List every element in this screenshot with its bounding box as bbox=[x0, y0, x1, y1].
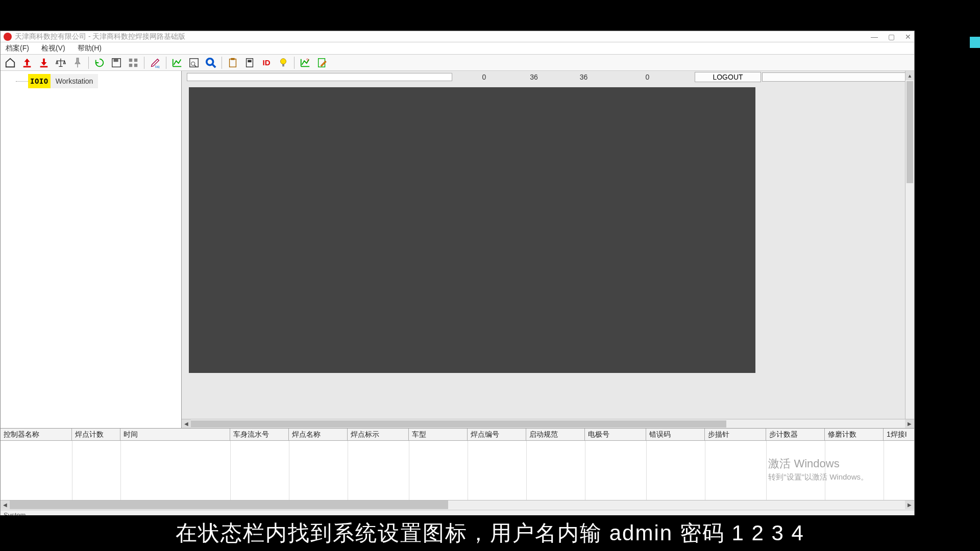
svg-rect-14 bbox=[247, 58, 253, 67]
svg-rect-9 bbox=[190, 58, 199, 67]
pen-button[interactable]: log bbox=[148, 56, 163, 70]
content-panel: 0 36 36 0 LOGOUT ◀ ▶ ▲ bbox=[182, 71, 914, 428]
maximize-button[interactable]: ▢ bbox=[888, 33, 895, 41]
tree-node-workstation[interactable]: IOIO Workstation bbox=[16, 74, 178, 88]
tree-node-label: Workstation bbox=[51, 74, 99, 88]
grid-header: 控制器名称焊点计数时间车身流水号焊点名称焊点标示车型焊点编号启动规范电极号错误码… bbox=[1, 429, 914, 441]
svg-rect-3 bbox=[114, 58, 118, 61]
svg-rect-6 bbox=[129, 63, 132, 66]
preview-button[interactable] bbox=[186, 56, 202, 70]
scroll-up-icon[interactable]: ▲ bbox=[905, 71, 914, 80]
grid-col-1[interactable]: 焊点计数 bbox=[72, 429, 120, 440]
svg-point-16 bbox=[281, 58, 286, 64]
svg-rect-13 bbox=[231, 58, 234, 60]
close-button[interactable]: ✕ bbox=[905, 33, 911, 41]
grid-button[interactable] bbox=[126, 56, 141, 70]
watermark-line1: 激活 Windows bbox=[768, 456, 868, 471]
scroll-right-icon[interactable]: ▶ bbox=[905, 500, 914, 509]
home-button[interactable] bbox=[3, 56, 18, 70]
minimize-button[interactable]: — bbox=[871, 33, 878, 41]
svg-text:log: log bbox=[155, 65, 160, 68]
balance-button[interactable] bbox=[53, 56, 68, 70]
svg-rect-15 bbox=[248, 60, 251, 62]
grid-col-14[interactable]: 1焊接I bbox=[884, 429, 914, 440]
menu-file[interactable]: 档案(F) bbox=[3, 43, 32, 54]
svg-rect-4 bbox=[129, 58, 132, 61]
scroll-left-icon[interactable]: ◀ bbox=[182, 419, 191, 428]
svg-rect-17 bbox=[282, 64, 284, 66]
tree-badge: IOIO bbox=[28, 74, 51, 88]
pin-button[interactable] bbox=[70, 56, 85, 70]
window-controls: — ▢ ✕ bbox=[871, 33, 911, 41]
edit-doc-button[interactable] bbox=[314, 56, 330, 70]
search-button[interactable] bbox=[203, 56, 218, 70]
info-val-2: 36 bbox=[516, 73, 552, 81]
grid-col-5[interactable]: 焊点标示 bbox=[348, 429, 409, 440]
id-button[interactable]: ID bbox=[259, 56, 274, 70]
menu-help[interactable]: 帮助(H) bbox=[75, 43, 105, 54]
content-h-scrollbar[interactable]: ◀ ▶ bbox=[182, 419, 914, 428]
scroll-left-icon[interactable]: ◀ bbox=[1, 500, 10, 509]
grid-col-10[interactable]: 错误码 bbox=[646, 429, 705, 440]
video-subtitle: 在状态栏内找到系统设置图标，用户名内输 admin 密码 1 2 3 4 bbox=[0, 515, 980, 551]
svg-point-11 bbox=[207, 58, 213, 65]
grid-col-3[interactable]: 车身流水号 bbox=[230, 429, 289, 440]
document-button[interactable] bbox=[242, 56, 257, 70]
data-grid: 控制器名称焊点计数时间车身流水号焊点名称焊点标示车型焊点编号启动规范电极号错误码… bbox=[1, 428, 914, 510]
grid-col-7[interactable]: 焊点编号 bbox=[468, 429, 526, 440]
svg-rect-5 bbox=[134, 58, 137, 61]
disk-button[interactable] bbox=[109, 56, 124, 70]
display-canvas[interactable] bbox=[189, 87, 755, 373]
main-area: IOIO Workstation 0 36 36 0 LOGOUT ◀ ▶ bbox=[1, 71, 914, 428]
scroll-right-icon[interactable]: ▶ bbox=[905, 419, 914, 428]
clipboard-button[interactable] bbox=[225, 56, 240, 70]
content-v-scrollbar[interactable]: ▲ bbox=[905, 71, 914, 419]
logout-button[interactable]: LOGOUT bbox=[695, 72, 761, 82]
watermark-line2: 转到"设置"以激活 Windows。 bbox=[768, 472, 868, 482]
grid-col-8[interactable]: 启动规范 bbox=[526, 429, 585, 440]
tree-panel: IOIO Workstation bbox=[1, 71, 182, 428]
subtitle-text: 在状态栏内找到系统设置图标，用户名内输 admin 密码 1 2 3 4 bbox=[176, 519, 804, 547]
grid-col-12[interactable]: 步计数器 bbox=[766, 429, 825, 440]
info-val-3: 36 bbox=[552, 73, 616, 81]
app-window: 天津商科数控有限公司 - 天津商科数控焊接网路基础版 — ▢ ✕ 档案(F) 检… bbox=[0, 31, 915, 520]
svg-rect-1 bbox=[40, 66, 48, 67]
grid-col-6[interactable]: 车型 bbox=[409, 429, 468, 440]
windows-watermark: 激活 Windows 转到"设置"以激活 Windows。 bbox=[768, 456, 868, 482]
svg-text:?: ? bbox=[306, 58, 309, 63]
grid-col-13[interactable]: 修磨计数 bbox=[825, 429, 884, 440]
svg-rect-12 bbox=[230, 59, 236, 67]
download-button[interactable] bbox=[36, 56, 52, 70]
grid-col-11[interactable]: 步描针 bbox=[705, 429, 766, 440]
svg-rect-0 bbox=[23, 66, 31, 67]
menu-view[interactable]: 检视(V) bbox=[38, 43, 68, 54]
info-val-4: 0 bbox=[616, 73, 679, 81]
svg-point-10 bbox=[191, 62, 195, 65]
info-bar bbox=[187, 73, 452, 81]
edge-cyan-indicator bbox=[970, 37, 980, 48]
grid-col-4[interactable]: 焊点名称 bbox=[289, 429, 348, 440]
chart-q-button[interactable]: ? bbox=[298, 56, 313, 70]
chart-button[interactable] bbox=[169, 56, 185, 70]
menubar: 档案(F) 检视(V) 帮助(H) bbox=[1, 42, 914, 55]
info-val-1: 0 bbox=[452, 73, 516, 81]
info-end-cell bbox=[762, 72, 909, 82]
svg-rect-7 bbox=[134, 63, 137, 66]
tree-connector bbox=[16, 81, 28, 82]
canvas-area bbox=[182, 82, 914, 419]
toolbar: log ID ? bbox=[1, 55, 914, 71]
titlebar: 天津商科数控有限公司 - 天津商科数控焊接网路基础版 — ▢ ✕ bbox=[1, 31, 914, 42]
app-icon bbox=[4, 33, 12, 41]
grid-col-0[interactable]: 控制器名称 bbox=[1, 429, 72, 440]
info-row: 0 36 36 0 LOGOUT bbox=[182, 71, 914, 82]
upload-button[interactable] bbox=[19, 56, 35, 70]
grid-col-2[interactable]: 时间 bbox=[120, 429, 230, 440]
grid-col-9[interactable]: 电极号 bbox=[585, 429, 646, 440]
bulb-button[interactable] bbox=[276, 56, 291, 70]
recycle-button[interactable] bbox=[92, 56, 107, 70]
grid-h-scrollbar[interactable]: ◀ ▶ bbox=[1, 500, 914, 509]
window-title: 天津商科数控有限公司 - 天津商科数控焊接网路基础版 bbox=[15, 32, 185, 41]
